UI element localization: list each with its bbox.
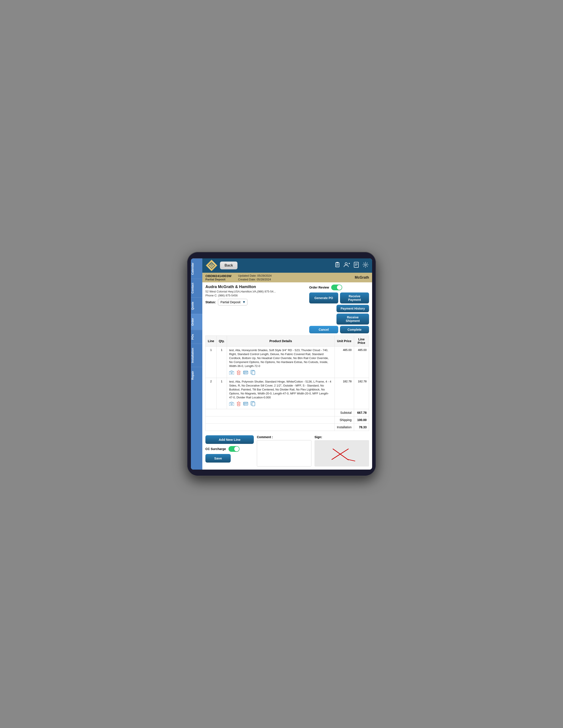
cancel-button[interactable]: Cancel xyxy=(309,326,338,333)
order-id-area: OBDM2414903W Partial Deposit xyxy=(205,274,231,281)
cc-surcharge-toggle[interactable] xyxy=(228,446,239,452)
shipping-value: 100.00 xyxy=(354,416,369,424)
comment-textarea[interactable] xyxy=(257,440,312,467)
row1-qty: 1 xyxy=(216,346,227,378)
customer-action-row: Audra McGrath & Hamilton 52 West Colonia… xyxy=(205,285,369,333)
row1-delete-icon[interactable] xyxy=(236,370,240,376)
sign-label: Sign: xyxy=(315,435,369,439)
order-bar-customer: McGrath xyxy=(355,276,369,280)
row1-product: test, Alta, Honeycomb Shades, Soft Style… xyxy=(227,346,335,378)
save-button[interactable]: Save xyxy=(205,454,231,463)
cc-surcharge-label: CC Surcharge xyxy=(205,447,226,451)
signature-drawing xyxy=(315,440,369,467)
row2-line-price: 182.78 xyxy=(354,378,369,409)
sign-section: Sign: xyxy=(315,435,369,467)
row1-copy-icon[interactable] xyxy=(251,370,255,376)
row2-copy-icon[interactable] xyxy=(251,401,255,407)
signature-area[interactable] xyxy=(315,440,369,467)
status-dropdown-wrap[interactable]: Partial Deposit Complete Cancelled Pendi… xyxy=(218,299,247,305)
col-line: Line xyxy=(206,336,216,346)
row2-unit-price: 182.78 xyxy=(335,378,354,409)
receive-shipment-button[interactable]: Receive Shipment xyxy=(337,314,369,325)
svg-rect-5 xyxy=(336,263,339,267)
svg-rect-13 xyxy=(354,262,359,267)
cc-surcharge-row: CC Surcharge xyxy=(205,446,254,452)
sidebar-item-contact[interactable]: Contact xyxy=(191,279,202,297)
sidebar-item-pos[interactable]: POs xyxy=(191,330,202,344)
installation-row: Installation 78.33 xyxy=(206,424,369,431)
row1-edit-icon[interactable] xyxy=(243,370,248,376)
bottom-area: Add New Line CC Surcharge Save Comment : xyxy=(205,435,369,467)
table-header-row: Line Qty. Product Details Unit Price Lin… xyxy=(206,336,369,346)
settings-icon[interactable] xyxy=(363,262,369,269)
tablet-frame: Calendar Contact Quote Order POs Install… xyxy=(187,252,376,476)
buttons-row-2: Payment History xyxy=(309,305,369,312)
customer-info: Audra McGrath & Hamilton 52 West Colonia… xyxy=(205,285,306,305)
updated-date: Updated Date: 05/29/2024 xyxy=(238,274,271,277)
svg-rect-35 xyxy=(252,402,255,406)
table-row: 2 1 test, Alta, Polyresin Shutter, Stand… xyxy=(206,378,369,409)
sidebar-item-order[interactable]: Order xyxy=(191,314,202,330)
receive-payment-button[interactable]: Receive Payment xyxy=(340,292,369,303)
svg-point-10 xyxy=(345,263,347,265)
installation-value: 78.33 xyxy=(354,424,369,431)
status-row: Status: Partial Deposit Complete Cancell… xyxy=(205,299,306,305)
col-line-price: Line Price xyxy=(354,336,369,346)
order-table: Line Qty. Product Details Unit Price Lin… xyxy=(205,336,369,431)
order-review-toggle[interactable] xyxy=(331,285,342,290)
installation-label: Installation xyxy=(335,424,354,431)
action-buttons-area: Order Review Generate PO Receive Payment… xyxy=(309,285,369,333)
generate-po-button[interactable]: Generate PO xyxy=(309,292,338,303)
clipboard-icon[interactable] xyxy=(334,262,341,269)
sidebar-item-installation[interactable]: Installation xyxy=(191,344,202,367)
row1-camera-icon[interactable] xyxy=(229,370,234,376)
row1-unit-price: 485.00 xyxy=(335,346,354,378)
sidebar-item-quote[interactable]: Quote xyxy=(191,298,202,314)
complete-button[interactable]: Complete xyxy=(340,326,369,333)
row2-edit-icon[interactable] xyxy=(243,401,248,407)
order-type: Partial Deposit xyxy=(205,278,231,281)
customer-address: 52 West Colonial Hwy,USA,Hamilton,VA,(98… xyxy=(205,290,306,293)
payment-history-button[interactable]: Payment History xyxy=(337,305,369,312)
subtotal-row: Subtotal 667.78 xyxy=(206,409,369,416)
sidebar-item-repair[interactable]: Repair xyxy=(191,367,202,384)
created-date: Created Date: 05/28/2024 xyxy=(238,278,271,281)
main-content: Back xyxy=(202,258,372,470)
add-user-icon[interactable] xyxy=(344,262,350,269)
buttons-row-4: Cancel Complete xyxy=(309,326,369,333)
svg-point-17 xyxy=(365,264,367,266)
row2-product: test, Alta, Polyresin Shutter, Standard … xyxy=(227,378,335,409)
svg-rect-26 xyxy=(252,371,255,375)
comment-label: Comment : xyxy=(257,435,312,439)
order-id: OBDM2414903W xyxy=(205,274,231,278)
header-icons xyxy=(334,262,369,269)
subtotal-label: Subtotal xyxy=(335,409,354,416)
cc-surcharge-knob xyxy=(234,447,239,451)
toggle-knob xyxy=(337,285,342,290)
shipping-label: Shipping xyxy=(335,416,354,424)
table-row: 1 1 test, Alta, Honeycomb Shades, Soft S… xyxy=(206,346,369,378)
row2-actions xyxy=(229,401,332,407)
shipping-row: Shipping 100.00 xyxy=(206,416,369,424)
report-icon[interactable] xyxy=(353,262,359,269)
add-new-line-button[interactable]: Add New Line xyxy=(205,435,254,444)
content-area: Audra McGrath & Hamilton 52 West Colonia… xyxy=(202,282,372,470)
row1-line: 1 xyxy=(206,346,216,378)
back-button[interactable]: Back xyxy=(220,261,237,269)
status-select[interactable]: Partial Deposit Complete Cancelled Pendi… xyxy=(218,299,247,305)
comment-section: Comment : xyxy=(257,435,312,467)
col-product: Product Details xyxy=(227,336,335,346)
row2-camera-icon[interactable] xyxy=(229,402,234,407)
row2-qty: 1 xyxy=(216,378,227,409)
tablet-screen: Calendar Contact Quote Order POs Install… xyxy=(191,258,372,470)
dates-area: Updated Date: 05/29/2024 Created Date: 0… xyxy=(238,274,271,281)
row1-actions xyxy=(229,370,332,376)
col-unit-price: Unit Price xyxy=(335,336,354,346)
left-bottom: Add New Line CC Surcharge Save xyxy=(205,435,254,467)
buttons-row-1: Generate PO Receive Payment xyxy=(309,292,369,303)
svg-point-27 xyxy=(231,403,232,405)
logo-area: Back xyxy=(206,260,237,271)
row2-description: test, Alta, Polyresin Shutter, Standard … xyxy=(229,380,332,400)
sidebar-item-calendar[interactable]: Calendar xyxy=(191,258,202,279)
row2-delete-icon[interactable] xyxy=(236,401,240,407)
